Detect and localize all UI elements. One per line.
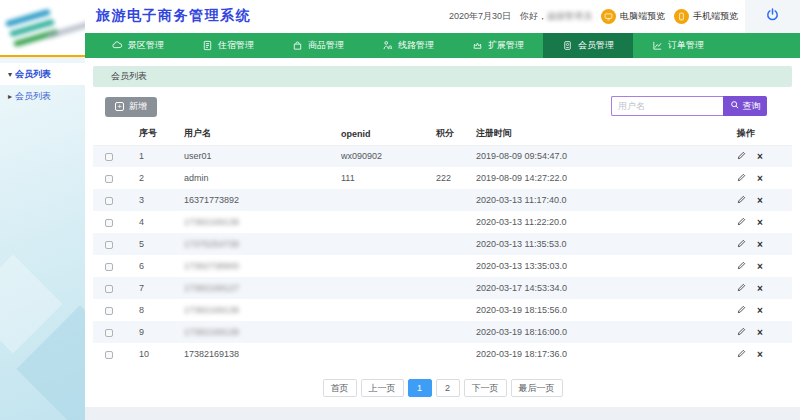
page-button-first[interactable]: 首页 <box>323 379 357 397</box>
cell-operations: × <box>735 233 792 255</box>
sidebar-item-member-list-child[interactable]: ▸会员列表 <box>0 85 85 107</box>
nav-item-label: 线路管理 <box>398 39 434 52</box>
breadcrumb: 会员列表 <box>93 66 792 87</box>
edit-icon[interactable] <box>737 327 746 338</box>
nav-item-label: 订单管理 <box>668 39 704 52</box>
pc-preview-label: 电脑端预览 <box>620 10 665 23</box>
cell-username: 16371773892 <box>178 189 335 211</box>
nav-item-scenery[interactable]: 景区管理 <box>93 33 183 58</box>
cell-points: 222 <box>430 167 470 189</box>
edit-icon[interactable] <box>737 305 746 316</box>
edit-icon[interactable] <box>737 217 746 228</box>
pc-preview-button[interactable]: 电脑端预览 <box>601 9 665 24</box>
table-body: 1user01wx0909022019-08-09 09:54:47.0×2ad… <box>93 145 792 365</box>
row-checkbox[interactable] <box>105 241 113 249</box>
search-button[interactable]: 查询 <box>723 96 767 116</box>
delete-icon[interactable]: × <box>757 349 763 360</box>
cell-operations: × <box>735 343 792 365</box>
nav-item-label: 会员管理 <box>578 39 614 52</box>
page-button-page-1[interactable]: 1 <box>408 379 432 397</box>
table-row: 6173827389002020-03-13 13:35:03.0× <box>93 255 792 277</box>
cell-registered: 2020-03-13 11:22:20.0 <box>470 211 735 233</box>
delete-icon[interactable]: × <box>757 217 763 228</box>
cell-openid <box>335 277 430 299</box>
chevron-right-icon: ▸ <box>8 92 12 101</box>
cell-index: 10 <box>133 343 178 365</box>
row-checkbox[interactable] <box>105 263 113 271</box>
row-checkbox[interactable] <box>105 153 113 161</box>
delete-icon[interactable]: × <box>757 239 763 250</box>
nav-item-goods[interactable]: 商品管理 <box>273 33 363 58</box>
delete-icon[interactable]: × <box>757 261 763 272</box>
row-checkbox[interactable] <box>105 285 113 293</box>
goods-icon <box>292 40 303 51</box>
delete-icon[interactable]: × <box>757 283 763 294</box>
cell-points <box>430 233 470 255</box>
nav-item-order[interactable]: 订单管理 <box>633 33 723 58</box>
page-button-page-2[interactable]: 2 <box>436 379 460 397</box>
sidebar-item-member-list[interactable]: ▾会员列表 <box>0 63 85 85</box>
cell-registered: 2020-03-13 11:17:40.0 <box>470 189 735 211</box>
edit-icon[interactable] <box>737 239 746 250</box>
cell-username: 17382738900 <box>178 255 335 277</box>
row-checkbox[interactable] <box>105 351 113 359</box>
nav-item-label: 扩展管理 <box>488 39 524 52</box>
column-header-4: 注册时间 <box>470 123 735 145</box>
delete-icon[interactable]: × <box>757 173 763 184</box>
cell-index: 8 <box>133 299 178 321</box>
logout-button[interactable] <box>745 0 800 33</box>
nav-item-member[interactable]: 会员管理 <box>543 33 633 58</box>
row-checkbox[interactable] <box>105 329 113 337</box>
expand-icon <box>472 40 483 51</box>
cell-openid <box>335 321 430 343</box>
cell-openid <box>335 299 430 321</box>
cell-index: 5 <box>133 233 178 255</box>
table-row: 7173821691272020-03-17 14:53:34.0× <box>93 277 792 299</box>
cell-checkbox <box>93 321 133 343</box>
add-button[interactable]: + 新增 <box>105 97 157 117</box>
nav-item-expand[interactable]: 扩展管理 <box>453 33 543 58</box>
page-button-last[interactable]: 最后一页 <box>511 379 563 397</box>
cell-username: 17382169138 <box>178 211 335 233</box>
delete-icon[interactable]: × <box>757 195 763 206</box>
cell-points <box>430 299 470 321</box>
delete-icon[interactable]: × <box>757 327 763 338</box>
row-checkbox[interactable] <box>105 219 113 227</box>
cell-openid: 111 <box>335 167 430 189</box>
column-header-5: 操作 <box>735 123 792 145</box>
cell-index: 1 <box>133 145 178 167</box>
cell-registered: 2020-03-19 18:15:56.0 <box>470 299 735 321</box>
date-text: 2020年7月30日 <box>449 10 511 23</box>
row-checkbox[interactable] <box>105 175 113 183</box>
cell-username: 17382169138 <box>178 321 335 343</box>
search-group: 查询 <box>611 96 767 116</box>
table-row: 2admin1112222019-08-09 14:27:22.0× <box>93 167 792 189</box>
logo-image <box>0 0 85 55</box>
column-header-3: 积分 <box>430 123 470 145</box>
chevron-down-icon: ▾ <box>8 70 12 79</box>
cell-operations: × <box>735 255 792 277</box>
page-button-prev[interactable]: 上一页 <box>361 379 404 397</box>
delete-icon[interactable]: × <box>757 151 763 162</box>
page-button-next[interactable]: 下一页 <box>464 379 507 397</box>
scenery-icon <box>112 40 123 51</box>
edit-icon[interactable] <box>737 195 746 206</box>
edit-icon[interactable] <box>737 283 746 294</box>
search-icon <box>730 100 740 112</box>
edit-icon[interactable] <box>737 261 746 272</box>
row-checkbox[interactable] <box>105 307 113 315</box>
edit-icon[interactable] <box>737 173 746 184</box>
row-checkbox[interactable] <box>105 197 113 205</box>
toolbar: + 新增 查询 <box>93 95 792 117</box>
order-icon <box>652 40 663 51</box>
power-icon <box>765 7 780 26</box>
edit-icon[interactable] <box>737 151 746 162</box>
mobile-preview-button[interactable]: 手机端预览 <box>674 9 738 24</box>
edit-icon[interactable] <box>737 349 746 360</box>
cell-username: 17382169138 <box>178 343 335 365</box>
delete-icon[interactable]: × <box>757 305 763 316</box>
main-panel: 会员列表 + 新增 查询 序号用户名openid积分注册时间操作 1user01… <box>85 58 800 407</box>
nav-item-lodging[interactable]: 住宿管理 <box>183 33 273 58</box>
search-input[interactable] <box>611 96 723 116</box>
nav-item-route[interactable]: 线路管理 <box>363 33 453 58</box>
